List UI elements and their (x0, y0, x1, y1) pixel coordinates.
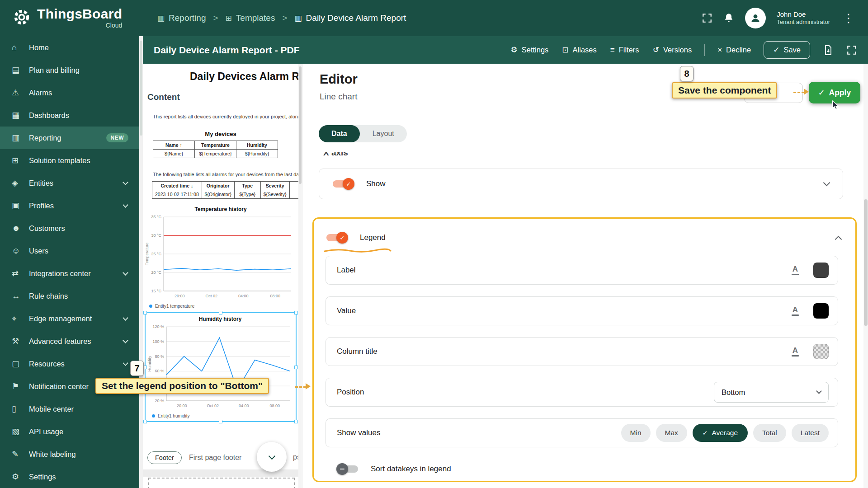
settings-button[interactable]: ⚙Settings (510, 45, 548, 55)
resize-handle[interactable] (143, 366, 147, 369)
svg-text:20 °C: 20 °C (151, 270, 161, 275)
resize-handle[interactable] (294, 420, 298, 423)
column-title-color-swatch[interactable] (813, 344, 829, 359)
sidebar-item-label: Resources (29, 360, 123, 368)
value-color-swatch[interactable] (813, 303, 829, 319)
sidebar-item-reporting[interactable]: ▥ReportingNEW (0, 127, 139, 149)
sidebar-scrollbar[interactable] (139, 36, 143, 488)
sidebar-item-label: Customers (29, 224, 132, 233)
kebab-menu-icon[interactable]: ⋮ (841, 11, 856, 25)
sidebar-item-profiles[interactable]: ▣Profiles (0, 194, 139, 217)
toolbar-divider (704, 44, 705, 56)
integrations-icon: ⇄ (12, 268, 29, 278)
sidebar-item-solution-templates[interactable]: ⊞Solution templates (0, 149, 139, 172)
annotation-connector (793, 92, 804, 93)
editor-title: Editor (320, 72, 358, 87)
dash-icon (336, 463, 348, 475)
font-settings-icon[interactable]: A (787, 343, 803, 360)
editor-scrollbar[interactable] (863, 64, 868, 488)
show-values-chip-total[interactable]: Total (753, 424, 786, 442)
chevron-down-icon (823, 179, 830, 187)
sidebar-item-resources[interactable]: ▢Resources (0, 352, 139, 375)
legend-position-row: Position Bottom (326, 378, 838, 407)
sidebar-item-label: Advanced features (29, 337, 123, 346)
sidebar-item-white-labeling[interactable]: ✎White labeling (0, 443, 139, 465)
resize-handle[interactable] (143, 311, 147, 314)
sort-datakeys-label: Sort datakeys in legend (371, 465, 451, 474)
check-icon: ✓ (343, 178, 354, 190)
aliases-button[interactable]: ⊡Aliases (562, 45, 596, 55)
export-pdf-icon[interactable] (823, 45, 834, 56)
tab-layout[interactable]: Layout (360, 125, 407, 142)
save-button[interactable]: ✓ Save (764, 41, 810, 59)
breadcrumb-reporting[interactable]: ▥Reporting (157, 13, 206, 23)
sidebar-item-users[interactable]: ☺Users (0, 239, 139, 262)
user-avatar[interactable] (745, 8, 766, 28)
show-values-chip-min[interactable]: Min (621, 424, 651, 442)
sidebar-item-edge-management[interactable]: ⌖Edge management (0, 307, 139, 330)
font-settings-icon[interactable]: A (787, 303, 803, 319)
topbar-actions: John Doe Tenant administrator ⋮ (702, 8, 856, 28)
sidebar-item-settings[interactable]: ⚙Settings (0, 465, 139, 488)
editor-tabs: Data Layout (319, 125, 407, 142)
legend-dot (149, 305, 152, 308)
sidebar-item-entities[interactable]: ◈Entities (0, 172, 139, 194)
sidebar-item-label: White labeling (29, 450, 132, 459)
fullscreen-editor-icon[interactable] (846, 45, 857, 56)
field-label: Label (337, 266, 356, 275)
resize-handle[interactable] (294, 366, 298, 369)
show-values-chip-max[interactable]: Max (656, 424, 687, 442)
svg-text:Oct 02: Oct 02 (205, 294, 217, 298)
column-header (289, 182, 298, 190)
filters-button[interactable]: ≡Filters (610, 46, 639, 55)
resize-handle[interactable] (294, 311, 298, 314)
x-axis-section-label-clipped: X axis (323, 152, 414, 158)
sidebar-item-alarms[interactable]: ⚠Alarms (0, 81, 139, 104)
sidebar-item-dashboards[interactable]: ▦Dashboards (0, 104, 139, 127)
decline-button[interactable]: × Decline (717, 46, 751, 55)
svg-text:08:00: 08:00 (270, 294, 280, 298)
selected-humidity-widget[interactable]: Humidity history 120 %100 %80 %60 %40 %2… (145, 312, 297, 422)
show-toggle[interactable]: ✓ (332, 178, 354, 189)
advanced-icon: ⚒ (12, 336, 29, 346)
home-icon: ⌂ (12, 43, 29, 52)
resize-handle[interactable] (219, 420, 222, 423)
column-header: Originator (202, 182, 234, 190)
table-cell: ${Type} (234, 190, 260, 199)
sidebar-item-mobile-center[interactable]: ▯Mobile center (0, 398, 139, 420)
show-values-chip-latest[interactable]: Latest (792, 424, 829, 442)
sidebar-item-integrations-center[interactable]: ⇄Integrations center (0, 262, 139, 285)
legend-header[interactable]: ✓ Legend (314, 219, 855, 248)
show-values-chip-average[interactable]: ✓Average (693, 424, 748, 442)
breadcrumb-daily-device-alarm-report[interactable]: ▥Daily Device Alarm Report (295, 13, 406, 23)
aliases-icon: ⊡ (562, 45, 568, 55)
font-settings-icon[interactable]: A (787, 262, 803, 278)
legend-toggle[interactable]: ✓ (326, 232, 348, 243)
resize-handle[interactable] (219, 311, 222, 314)
tab-data[interactable]: Data (319, 125, 360, 142)
collapse-fab-button[interactable] (257, 442, 287, 472)
sidebar-item-api-usage[interactable]: ▧API usage (0, 420, 139, 443)
thingsboard-logo[interactable]: ThingsBoard Cloud (12, 7, 141, 29)
sidebar-item-rule-chains[interactable]: ↔Rule chains (0, 285, 139, 307)
preview-scrollbar[interactable] (298, 64, 302, 488)
sidebar-item-advanced-features[interactable]: ⚒Advanced features (0, 330, 139, 352)
notifications-bell-icon[interactable] (723, 13, 734, 23)
label-color-swatch[interactable] (813, 263, 829, 278)
user-info[interactable]: John Doe Tenant administrator (777, 10, 830, 26)
sort-datakeys-toggle[interactable] (336, 464, 359, 474)
sidebar-item-plan-and-billing[interactable]: ▤Plan and billing (0, 59, 139, 81)
breadcrumb-templates[interactable]: ⊞Templates (226, 13, 275, 23)
annotation-connector (295, 386, 306, 388)
sidebar-item-customers[interactable]: ☻Customers (0, 217, 139, 239)
position-select[interactable]: Bottom (714, 382, 829, 403)
resize-handle[interactable] (143, 420, 147, 423)
top-header: ThingsBoard Cloud ▥Reporting>⊞Templates>… (0, 0, 868, 36)
versions-button[interactable]: ↺Versions (653, 45, 692, 55)
svg-text:120 %: 120 % (152, 324, 164, 329)
breadcrumb: ▥Reporting>⊞Templates>▥Daily Device Alar… (157, 13, 406, 23)
fullscreen-icon[interactable] (702, 13, 712, 23)
sidebar-item-home[interactable]: ⌂Home (0, 36, 139, 59)
footer-tab-chip[interactable]: Footer (147, 451, 182, 464)
show-card[interactable]: ✓ Show (319, 169, 843, 199)
